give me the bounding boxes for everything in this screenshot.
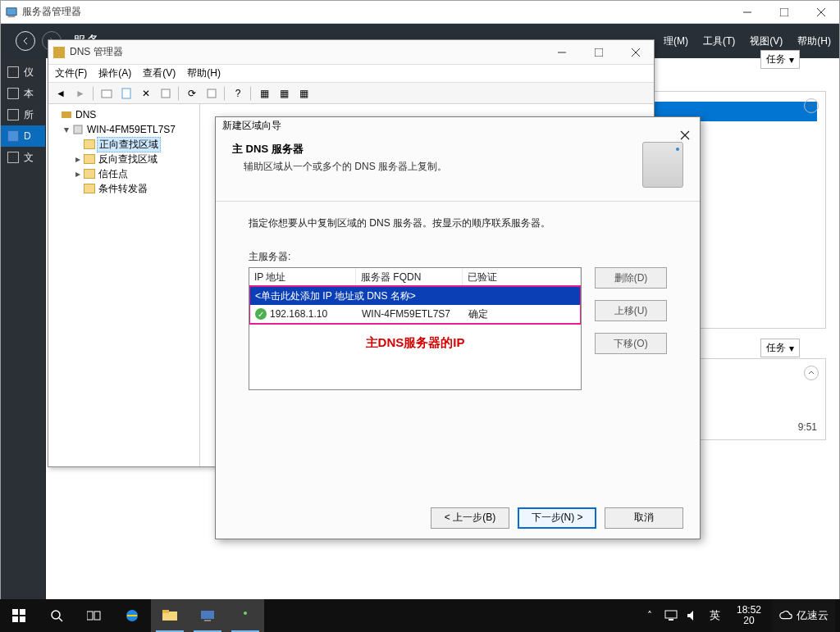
sidebar-item-all[interactable]: 所 — [1, 104, 45, 125]
tray-up-icon[interactable]: ˄ — [639, 610, 660, 621]
svg-rect-25 — [94, 612, 100, 620]
wizard-titlebar[interactable]: 新建区域向导 — [216, 117, 700, 134]
menu-help[interactable]: 帮助(H) — [797, 34, 831, 48]
toolbar-export-icon[interactable] — [203, 85, 221, 102]
tasks-dropdown[interactable]: 任务▾ — [760, 50, 800, 69]
server-icon — [72, 124, 84, 135]
search-button[interactable] — [38, 599, 75, 632]
svg-rect-12 — [162, 89, 170, 98]
move-down-button[interactable]: 下移(O) — [595, 333, 667, 354]
tree-root[interactable]: DNS — [50, 107, 198, 122]
sidebar-item-file[interactable]: 文 — [1, 147, 45, 168]
master-servers-label: 主服务器: — [249, 250, 667, 264]
svg-rect-19 — [20, 609, 25, 615]
toolbar-delete-icon[interactable]: ✕ — [137, 85, 155, 102]
wizard-header: 主 DNS 服务器 辅助区域从一个或多个的 DNS 服务器上复制。 — [216, 134, 700, 202]
menu-tools[interactable]: 工具(T) — [703, 34, 735, 48]
minimize-button[interactable] — [728, 1, 765, 24]
maximize-button[interactable] — [765, 1, 802, 24]
mmc-minimize-button[interactable] — [543, 41, 580, 64]
toolbar-extra1-icon[interactable]: ▦ — [255, 85, 273, 102]
list-add-row[interactable]: <单击此处添加 IP 地址或 DNS 名称> — [250, 287, 580, 305]
tree-server[interactable]: ▾WIN-4FM59ETL7S7 — [50, 122, 198, 137]
cancel-button[interactable]: 取消 — [605, 507, 683, 529]
taskbar-clock[interactable]: 18:52 20 — [726, 605, 772, 626]
start-button[interactable] — [0, 599, 38, 632]
menu-manage[interactable]: 理(M) — [664, 34, 688, 48]
menu-action[interactable]: 操作(A) — [98, 66, 131, 80]
task-view-button[interactable] — [75, 599, 113, 632]
col-ip[interactable]: IP 地址 — [249, 268, 356, 285]
mmc-close-button[interactable] — [617, 41, 654, 64]
wizard-close-button[interactable] — [677, 127, 693, 143]
dns-manager-task-icon[interactable] — [226, 599, 264, 632]
tree-reverse-zones[interactable]: ▸反向查找区域 — [50, 152, 198, 166]
col-validated[interactable]: 已验证 — [463, 268, 581, 285]
nav-back-button[interactable] — [16, 31, 35, 51]
tasks-dropdown-2[interactable]: 任务▾ — [760, 339, 800, 357]
svg-rect-30 — [204, 620, 211, 621]
server-manager-titlebar[interactable]: 服务器管理器 — [1, 1, 839, 24]
folder-icon — [84, 139, 95, 149]
watermark-brand: 亿速云 — [772, 599, 835, 632]
toolbar-back-icon[interactable]: ◄ — [52, 85, 70, 102]
menu-view[interactable]: 查看(V) — [143, 66, 176, 80]
tree-forward-zones[interactable]: 正向查找区域 — [50, 137, 198, 152]
add-placeholder: <单击此处添加 IP 地址或 DNS 名称> — [250, 288, 421, 305]
sidebar-item-local[interactable]: 本 — [1, 83, 45, 104]
toolbar-help-icon[interactable]: ? — [229, 85, 247, 102]
server-icon — [642, 142, 683, 188]
tree-conditional-forwarders[interactable]: 条件转发器 — [50, 181, 198, 196]
taskbar: ˄ 英 18:52 20 亿速云 — [0, 599, 840, 632]
wizard-subheading: 辅助区域从一个或多个的 DNS 服务器上复制。 — [232, 160, 642, 174]
wizard-title: 新建区域向导 — [222, 119, 281, 133]
svg-rect-28 — [162, 610, 169, 613]
server-manager-task-icon[interactable] — [189, 599, 226, 632]
next-button[interactable]: 下一步(N) > — [518, 507, 596, 529]
ime-indicator[interactable]: 英 — [703, 608, 726, 623]
server-manager-sidebar: 仪 本 所 D 文 — [1, 58, 46, 631]
list-row[interactable]: ✓192.168.1.10 WIN-4FM59ETL7S7 确定 — [250, 305, 580, 323]
menu-help[interactable]: 帮助(H) — [187, 66, 221, 80]
menu-file[interactable]: 文件(F) — [55, 66, 87, 80]
toolbar-up-icon[interactable] — [98, 85, 116, 102]
close-button[interactable] — [802, 1, 839, 24]
collapse-icon-2[interactable] — [804, 366, 819, 380]
folder-icon — [84, 169, 95, 179]
check-ok-icon: ✓ — [255, 308, 267, 320]
menu-view[interactable]: 视图(V) — [750, 34, 783, 48]
sidebar-item-dns[interactable]: D — [1, 125, 45, 147]
svg-rect-15 — [74, 125, 82, 134]
svg-rect-0 — [7, 7, 16, 15]
mmc-maximize-button[interactable] — [580, 41, 617, 64]
dns-manager-menubar: 文件(F) 操作(A) 查看(V) 帮助(H) — [48, 65, 654, 83]
collapse-icon[interactable] — [804, 98, 819, 113]
toolbar-properties-icon[interactable] — [157, 85, 175, 102]
back-button[interactable]: < 上一步(B) — [431, 507, 509, 529]
col-fqdn[interactable]: 服务器 FQDN — [356, 268, 463, 285]
tree-trust-points[interactable]: ▸信任点 — [50, 166, 198, 181]
toolbar-extra3-icon[interactable]: ▦ — [294, 85, 313, 102]
toolbar-refresh-icon[interactable]: ⟳ — [183, 85, 201, 102]
server-manager-icon — [6, 7, 17, 18]
svg-point-32 — [244, 612, 247, 615]
ie-icon[interactable] — [113, 599, 151, 632]
move-up-button[interactable]: 上移(U) — [595, 300, 667, 321]
dns-manager-titlebar[interactable]: DNS 管理器 — [48, 40, 654, 65]
sidebar-item-dashboard[interactable]: 仪 — [1, 61, 45, 83]
explorer-icon[interactable] — [151, 599, 189, 632]
toolbar-forward-icon[interactable]: ► — [71, 85, 89, 102]
wizard-instruction: 指定你想要从中复制区域的 DNS 服务器。按显示的顺序联系服务器。 — [249, 216, 667, 230]
toolbar-extra2-icon[interactable]: ▦ — [275, 85, 293, 102]
svg-rect-14 — [62, 111, 71, 118]
master-servers-list[interactable]: IP 地址 服务器 FQDN 已验证 <单击此处添加 IP 地址或 DNS 名称… — [249, 267, 582, 390]
tray-network-icon[interactable] — [660, 610, 682, 621]
cloud-icon — [778, 608, 793, 623]
server-manager-title: 服务器管理器 — [22, 5, 81, 19]
svg-rect-3 — [780, 8, 788, 16]
tray-volume-icon[interactable] — [682, 610, 703, 621]
svg-marker-35 — [687, 611, 693, 621]
toolbar-new-icon[interactable] — [117, 85, 135, 102]
svg-rect-29 — [201, 611, 214, 619]
delete-button[interactable]: 删除(D) — [595, 267, 667, 289]
